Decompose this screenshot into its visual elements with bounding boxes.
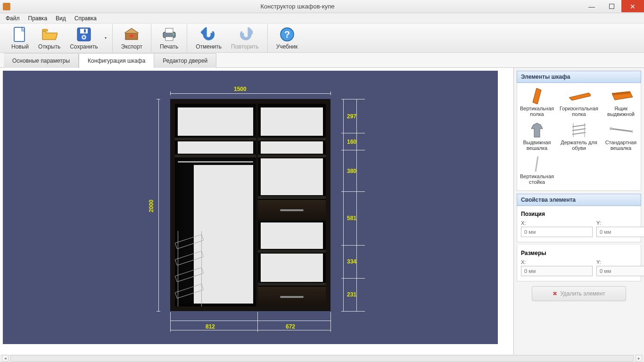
- size-x-input[interactable]: [521, 266, 593, 276]
- el-horizontal-shelf[interactable]: Горизонтальная полка: [559, 87, 599, 119]
- open-button[interactable]: Открыть: [33, 25, 65, 52]
- elements-palette: Вертикальная полка Горизонтальная полка …: [517, 83, 641, 191]
- el-pullout-hanger[interactable]: Выдвижная вешалка: [517, 121, 557, 153]
- el-standard-hanger[interactable]: Стандартная вешалка: [601, 121, 641, 153]
- shoe-holder[interactable]: [176, 236, 204, 306]
- canvas[interactable]: 1500 2000: [3, 71, 498, 344]
- tab-basic-params[interactable]: Основные параметры: [4, 53, 79, 68]
- redo-icon: [237, 26, 253, 42]
- menu-view[interactable]: Вид: [52, 14, 70, 23]
- el-shoe-holder[interactable]: Держатель для обуви: [559, 121, 599, 153]
- dim-bottom-right: 672: [286, 323, 295, 330]
- tutorial-button[interactable]: ? Учебник: [272, 25, 303, 52]
- wardrobe-section-left[interactable]: [175, 104, 258, 306]
- drawer[interactable]: [258, 286, 326, 306]
- titlebar: Конструктор шкафов-купе — ✕: [0, 0, 644, 13]
- app-title: Конструктор шкафов-купе: [13, 3, 582, 10]
- horizontal-shelf-icon: [567, 89, 591, 104]
- close-button[interactable]: ✕: [621, 0, 644, 12]
- wardrobe[interactable]: [170, 99, 330, 311]
- el-drawer[interactable]: Ящик выдвижной: [601, 87, 641, 119]
- position-x-label: X:: [521, 220, 593, 226]
- maximize-button[interactable]: [602, 1, 621, 12]
- open-folder-icon: [41, 26, 58, 42]
- shirt-icon: [525, 123, 549, 138]
- size-x-label: X:: [521, 259, 593, 265]
- right-panel: Элементы шкафа Вертикальная полка Горизо…: [514, 68, 644, 354]
- export-button[interactable]: Экспорт: [116, 25, 147, 52]
- canvas-viewport[interactable]: 1500 2000: [0, 68, 514, 354]
- svg-point-20: [610, 127, 612, 130]
- delete-label: Удалить элемент: [560, 290, 605, 297]
- save-button[interactable]: Сохранить: [65, 25, 103, 52]
- scroll-left-icon[interactable]: ◂: [2, 355, 8, 362]
- save-dropdown-icon[interactable]: ▾: [103, 36, 108, 40]
- dim-width: 1500: [234, 86, 247, 92]
- scrollbar-track[interactable]: [10, 355, 634, 362]
- export-icon: [124, 26, 140, 42]
- menu-edit[interactable]: Правка: [25, 14, 51, 23]
- tabs: Основные параметры Конфигурация шкафа Ре…: [0, 53, 644, 68]
- position-x-input[interactable]: [521, 227, 593, 237]
- undo-button[interactable]: Отменить: [191, 25, 226, 52]
- horizontal-scrollbar[interactable]: ◂ ▸: [0, 354, 644, 362]
- minimize-button[interactable]: —: [582, 1, 602, 12]
- dim-height: 2000: [148, 200, 155, 213]
- app-icon: [3, 3, 10, 10]
- svg-line-16: [572, 125, 586, 127]
- help-icon: ?: [279, 26, 295, 42]
- new-icon: [12, 26, 28, 42]
- new-button[interactable]: Новый: [7, 25, 33, 52]
- el-vertical-post[interactable]: Вертикальная стойка: [517, 155, 557, 187]
- delete-element-button[interactable]: ✖ Удалить элемент: [532, 286, 626, 301]
- delete-icon: ✖: [553, 290, 557, 297]
- position-y-label: Y:: [596, 220, 644, 226]
- svg-rect-9: [165, 28, 173, 33]
- size-y-label: Y:: [596, 259, 644, 265]
- dim-r3: 380: [347, 168, 356, 174]
- save-label: Сохранить: [70, 43, 98, 50]
- size-y-input[interactable]: [596, 266, 644, 276]
- export-label: Экспорт: [121, 43, 142, 50]
- position-label: Позиция: [521, 211, 637, 217]
- print-icon: [161, 26, 177, 42]
- elements-panel-header: Элементы шкафа: [517, 71, 641, 83]
- tab-config[interactable]: Конфигурация шкафа: [79, 53, 154, 68]
- drawer[interactable]: [258, 199, 326, 221]
- rod-icon: [609, 123, 633, 138]
- redo-label: Повторить: [231, 43, 259, 50]
- svg-rect-0: [609, 4, 614, 9]
- menu-file[interactable]: Файл: [2, 14, 24, 23]
- save-icon: [76, 26, 92, 42]
- scroll-right-icon[interactable]: ▸: [636, 355, 642, 362]
- window-buttons: — ✕: [582, 1, 644, 12]
- dim-bottom-left: 812: [206, 323, 215, 330]
- wardrobe-section-right[interactable]: [258, 104, 326, 306]
- svg-line-18: [572, 132, 586, 134]
- el-vertical-shelf[interactable]: Вертикальная полка: [517, 87, 557, 119]
- properties-panel-header: Свойства элемента: [517, 194, 641, 206]
- dim-r6: 231: [347, 291, 356, 298]
- menu-help[interactable]: Справка: [71, 14, 100, 23]
- svg-rect-4: [84, 29, 86, 33]
- vertical-post-icon: [525, 156, 549, 172]
- svg-text:?: ?: [284, 29, 289, 40]
- new-label: Новый: [11, 43, 29, 50]
- svg-rect-10: [165, 37, 173, 41]
- vertical-shelf-icon: [525, 89, 549, 104]
- undo-icon: [201, 26, 217, 42]
- tab-doors[interactable]: Редактор дверей: [154, 53, 216, 68]
- drawer-icon: [609, 89, 633, 104]
- print-button[interactable]: Печать: [155, 25, 183, 52]
- redo-button[interactable]: Повторить: [226, 25, 264, 52]
- dim-r1: 297: [347, 113, 356, 120]
- workspace: 1500 2000: [0, 68, 644, 354]
- position-group: Позиция X: Y:: [517, 206, 641, 242]
- size-label: Размеры: [521, 250, 637, 256]
- svg-line-17: [572, 129, 586, 131]
- print-label: Печать: [160, 43, 178, 50]
- shoe-rack-icon: [567, 123, 591, 138]
- undo-label: Отменить: [196, 43, 222, 50]
- position-y-input[interactable]: [596, 227, 644, 237]
- toolbar: Новый Открыть Сохранить ▾ Экспорт Печать…: [0, 24, 644, 53]
